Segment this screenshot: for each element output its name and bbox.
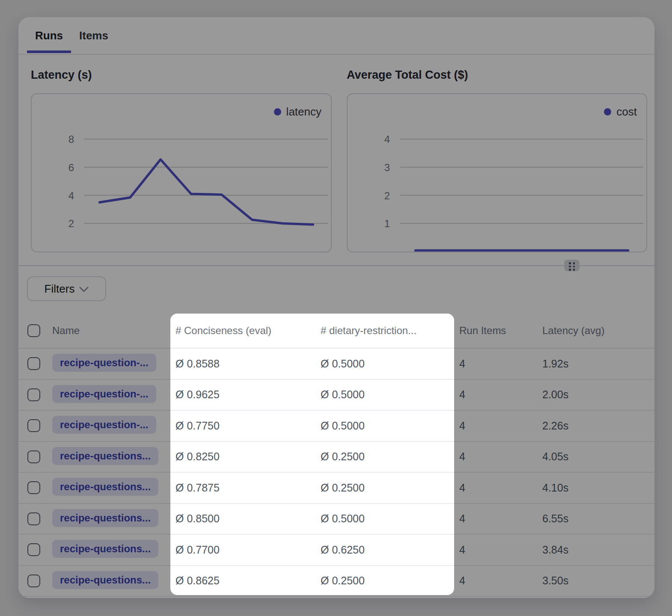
dietary-value: Ø 0.5000 [315, 512, 454, 525]
runs-panel: Runs Items Latency (s) Average Total Cos… [18, 17, 654, 598]
screen: Runs Items Latency (s) Average Total Cos… [0, 0, 672, 616]
col-header-latency: Latency (avg) [537, 325, 654, 337]
conciseness-value: Ø 0.7700 [170, 544, 315, 556]
latency-value: 6.55s [537, 512, 654, 525]
active-tab-indicator [27, 50, 71, 53]
run-items-value: 4 [454, 512, 537, 525]
cost-chart-title: Average Total Cost ($) [347, 68, 468, 82]
row-checkbox[interactable] [27, 450, 40, 463]
legend-label: latency [286, 105, 321, 118]
run-name-badge[interactable]: recipe-question-... [52, 416, 156, 434]
latency-value: 2.26s [537, 420, 654, 432]
dietary-value: Ø 0.6250 [315, 544, 454, 556]
table-row: recipe-question-... Ø 0.7750 Ø 0.5000 4 … [18, 411, 654, 442]
select-all-checkbox[interactable] [27, 324, 40, 337]
run-items-value: 4 [454, 482, 537, 494]
run-name-badge[interactable]: recipe-questions... [52, 571, 158, 589]
conciseness-value: Ø 0.7875 [170, 482, 315, 494]
svg-text:1: 1 [384, 218, 390, 229]
svg-text:4: 4 [68, 190, 74, 201]
tab-items-label: Items [79, 29, 108, 42]
table-row: recipe-questions... Ø 0.7700 Ø 0.6250 4 … [18, 535, 654, 566]
dietary-value: Ø 0.5000 [315, 388, 454, 401]
chevron-down-icon [79, 287, 89, 293]
conciseness-value: Ø 0.8588 [170, 358, 315, 370]
runs-table: Name # Conciseness (eval) # dietary-rest… [18, 314, 654, 597]
svg-text:6: 6 [68, 162, 74, 173]
table-row: recipe-questions... Ø 0.8250 Ø 0.2500 4 … [18, 442, 654, 473]
run-name-badge[interactable]: recipe-question-... [52, 385, 156, 403]
svg-text:4: 4 [384, 133, 390, 145]
dietary-value: Ø 0.2500 [315, 575, 454, 587]
run-items-value: 4 [454, 450, 537, 463]
col-header-name: Name [51, 325, 170, 337]
dietary-value: Ø 0.2500 [315, 450, 454, 463]
latency-value: 1.92s [537, 358, 654, 370]
run-items-value: 4 [454, 575, 537, 587]
tab-runs[interactable]: Runs [27, 17, 71, 54]
dietary-value: Ø 0.5000 [315, 358, 454, 370]
latency-chart-card: 2468 latency [31, 93, 332, 252]
row-checkbox[interactable] [27, 388, 40, 401]
table-header-row: Name # Conciseness (eval) # dietary-rest… [18, 314, 654, 349]
tab-runs-label: Runs [35, 29, 63, 42]
row-checkbox[interactable] [27, 419, 40, 432]
resize-divider [18, 265, 654, 266]
svg-text:2: 2 [384, 190, 390, 201]
legend-dot-icon [274, 108, 281, 116]
tab-items[interactable]: Items [71, 17, 116, 54]
run-name-badge[interactable]: recipe-questions... [52, 478, 158, 496]
filters-button-label: Filters [45, 282, 75, 296]
run-items-value: 4 [454, 358, 537, 370]
latency-value: 2.00s [537, 388, 654, 401]
run-name-badge[interactable]: recipe-questions... [52, 540, 158, 558]
legend-label: cost [616, 105, 637, 118]
conciseness-value: Ø 0.9625 [170, 388, 315, 401]
conciseness-value: Ø 0.7750 [170, 420, 315, 432]
table-row: recipe-questions... Ø 0.8500 Ø 0.5000 4 … [18, 504, 654, 535]
latency-value: 3.50s [537, 575, 654, 587]
conciseness-value: Ø 0.8625 [170, 575, 315, 587]
legend-dot-icon [604, 108, 611, 116]
row-checkbox[interactable] [27, 357, 40, 370]
row-checkbox[interactable] [27, 481, 40, 494]
col-header-conciseness: # Conciseness (eval) [170, 325, 315, 337]
cost-chart-card: 1234 cost [347, 93, 647, 252]
conciseness-value: Ø 0.8500 [170, 512, 315, 525]
drag-handle-icon[interactable] [564, 260, 580, 271]
row-checkbox[interactable] [27, 512, 40, 525]
filters-button[interactable]: Filters [27, 276, 106, 301]
cost-chart: 1234 [348, 94, 646, 252]
table-row: recipe-question-... Ø 0.9625 Ø 0.5000 4 … [18, 380, 654, 411]
run-items-value: 4 [454, 420, 537, 432]
row-checkbox[interactable] [27, 575, 40, 587]
latency-value: 3.84s [537, 544, 654, 556]
col-header-run-items: Run Items [454, 325, 537, 337]
col-header-dietary: # dietary-restriction... [315, 325, 454, 337]
svg-text:2: 2 [68, 218, 74, 229]
dietary-value: Ø 0.5000 [315, 420, 454, 432]
svg-text:3: 3 [384, 162, 390, 173]
run-items-value: 4 [454, 544, 537, 556]
run-name-badge[interactable]: recipe-questions... [52, 447, 158, 465]
table-row: recipe-questions... Ø 0.7875 Ø 0.2500 4 … [18, 473, 654, 504]
dietary-value: Ø 0.2500 [315, 482, 454, 494]
cost-legend[interactable]: cost [604, 105, 637, 118]
latency-chart-title: Latency (s) [31, 68, 92, 82]
latency-legend[interactable]: latency [274, 105, 321, 118]
row-checkbox[interactable] [27, 543, 40, 556]
svg-text:8: 8 [68, 133, 74, 145]
table-row: recipe-question-... Ø 0.8588 Ø 0.5000 4 … [18, 349, 654, 380]
tabbar: Runs Items [18, 17, 654, 55]
run-name-badge[interactable]: recipe-question-... [52, 354, 156, 372]
run-items-value: 4 [454, 388, 537, 401]
run-name-badge[interactable]: recipe-questions... [52, 509, 158, 527]
latency-value: 4.05s [537, 450, 654, 463]
conciseness-value: Ø 0.8250 [170, 450, 315, 463]
latency-value: 4.10s [537, 482, 654, 494]
table-row: recipe-questions... Ø 0.8625 Ø 0.2500 4 … [18, 566, 654, 597]
